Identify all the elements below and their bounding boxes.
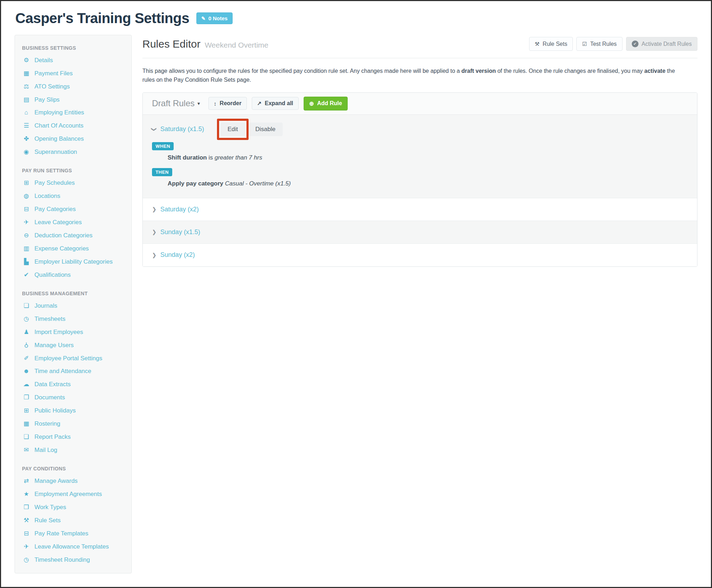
bank-icon: ⌂ <box>22 109 31 116</box>
sidebar-item-payment-files[interactable]: ▦Payment Files <box>22 67 128 80</box>
sidebar-item-expense-categories[interactable]: ▥Expense Categories <box>22 242 128 255</box>
sidebar-item-leave-categories[interactable]: ✈Leave Categories <box>22 216 128 229</box>
plane-icon: ✈ <box>22 543 31 550</box>
then-action: Apply pay category Casual - Overtime (x1… <box>168 180 688 187</box>
sidebar-item-time-and-attendance[interactable]: ☻Time and Attendance <box>22 365 128 378</box>
activate-draft-rules-button[interactable]: ✔ Activate Draft Rules <box>626 37 697 51</box>
wand-icon: ✐ <box>22 355 31 362</box>
rules-panel-toolbar: Draft Rules ▾ ↕ Reorder ↗ Expand all ⊕ A… <box>143 93 697 115</box>
exchange-icon: ⇄ <box>22 477 31 485</box>
sidebar-item-report-packs[interactable]: ❑Report Packs <box>22 430 128 443</box>
rule-set-name: Weekend Overtime <box>205 41 268 49</box>
rules-panel: Draft Rules ▾ ↕ Reorder ↗ Expand all ⊕ A… <box>142 92 697 267</box>
rule-sets-button[interactable]: ⚒ Rule Sets <box>529 37 573 51</box>
sidebar-item-label: Work Types <box>34 504 66 511</box>
sidebar-item-locations[interactable]: ◍Locations <box>22 189 128 203</box>
sidebar-item-manage-users[interactable]: ⚲Manage Users <box>22 339 128 352</box>
draft-rules-dropdown[interactable]: Draft Rules ▾ <box>152 98 200 108</box>
reorder-button[interactable]: ↕ Reorder <box>208 97 247 110</box>
rule-title-saturday-x1-5[interactable]: Saturday (x1.5) <box>161 125 204 133</box>
sidebar-item-label: Employee Portal Settings <box>34 355 102 362</box>
activate-draft-rules-label: Activate Draft Rules <box>642 41 692 47</box>
notes-button[interactable]: ✎ 0 Notes <box>196 12 233 24</box>
columns-icon: ❏ <box>22 302 31 309</box>
edit-rule-button[interactable]: Edit <box>221 123 245 136</box>
lock-icon: ⚲ <box>22 341 31 349</box>
sidebar-section-header: PAY RUN SETTINGS <box>22 168 128 173</box>
sidebar-item-label: Manage Users <box>34 342 74 349</box>
sidebar-item-label: Leave Categories <box>34 219 82 226</box>
sidebar-item-pay-slips[interactable]: ▤Pay Slips <box>22 93 128 106</box>
sidebar-item-rostering[interactable]: ▦Rostering <box>22 417 128 430</box>
rule-row-sunday-x1-5[interactable]: ❯Sunday (x1.5) <box>143 221 697 244</box>
sidebar-item-rule-sets[interactable]: ⚒Rule Sets <box>22 514 128 527</box>
clock-icon: ◷ <box>22 556 31 563</box>
sidebar-item-data-extracts[interactable]: ☁Data Extracts <box>22 378 128 391</box>
sidebar-item-employment-agreements[interactable]: ★Employment Agreements <box>22 487 128 501</box>
sidebar-section-header: BUSINESS SETTINGS <box>22 45 128 51</box>
sidebar-item-superannuation[interactable]: ◉Superannuation <box>22 145 128 158</box>
sidebar-item-manage-awards[interactable]: ⇄Manage Awards <box>22 474 128 487</box>
sidebar-item-import-employees[interactable]: ♟Import Employees <box>22 325 128 339</box>
caret-down-icon: ▾ <box>197 101 200 106</box>
rule-title-saturday-x2: Saturday (x2) <box>161 206 199 213</box>
header-divider <box>142 58 697 58</box>
sidebar-section-business-settings: BUSINESS SETTINGS⚙Details▦Payment Files⚖… <box>22 45 128 158</box>
check-circle-icon: ✔ <box>632 41 638 47</box>
rule-row-saturday-x1-5: ❯ Saturday (x1.5) Edit Disable WHEN Shi <box>143 115 697 198</box>
calendar-icon: ⊞ <box>22 179 31 187</box>
banknote-icon: ⊟ <box>22 205 31 213</box>
life-ring-icon: ◉ <box>22 148 31 156</box>
main-content: Rules EditorWeekend Overtime ⚒ Rule Sets… <box>142 35 697 267</box>
sidebar-item-label: Chart Of Accounts <box>34 122 83 129</box>
banknote-icon: ⊟ <box>22 530 31 537</box>
folder-icon: ❐ <box>22 394 31 401</box>
sidebar-item-employee-portal-settings[interactable]: ✐Employee Portal Settings <box>22 352 128 365</box>
chevron-right-icon: ❯ <box>152 229 157 235</box>
sidebar-item-opening-balances[interactable]: ✤Opening Balances <box>22 132 128 145</box>
file-icon: ▤ <box>22 96 31 103</box>
gavel-icon: ⚒ <box>535 41 539 47</box>
rule-sets-button-label: Rule Sets <box>543 41 567 47</box>
sidebar-item-qualifications[interactable]: ✔Qualifications <box>22 268 128 281</box>
sidebar-item-timesheet-rounding[interactable]: ◷Timesheet Rounding <box>22 553 128 566</box>
sidebar-item-pay-categories[interactable]: ⊟Pay Categories <box>22 203 128 216</box>
minus-circle-icon: ⊖ <box>22 232 31 239</box>
sidebar-item-ato-settings[interactable]: ⚖ATO Settings <box>22 80 128 93</box>
expand-all-button[interactable]: ↗ Expand all <box>252 97 299 110</box>
gear-icon: ⚙ <box>22 56 31 64</box>
sidebar-item-label: Time and Attendance <box>34 368 91 375</box>
sidebar-item-label: Pay Rate Templates <box>34 530 88 537</box>
scales-icon: ⚖ <box>22 83 31 90</box>
rule-row-saturday-x2[interactable]: ❯Saturday (x2) <box>143 198 697 221</box>
then-badge: THEN <box>152 168 172 176</box>
sidebar-item-label: Public Holidays <box>34 407 76 414</box>
sidebar-item-label: Superannuation <box>34 149 77 156</box>
add-rule-button[interactable]: ⊕ Add Rule <box>304 97 348 110</box>
arrows-vertical-icon: ↕ <box>214 101 217 107</box>
sidebar-item-timesheets[interactable]: ◷Timesheets <box>22 312 128 325</box>
sidebar-item-leave-allowance-templates[interactable]: ✈Leave Allowance Templates <box>22 540 128 553</box>
sidebar-item-label: Data Extracts <box>34 381 71 388</box>
rule-title-sunday-x2: Sunday (x2) <box>161 251 195 259</box>
sidebar-item-employing-entities[interactable]: ⌂Employing Entities <box>22 106 128 119</box>
disable-rule-button[interactable]: Disable <box>248 123 283 136</box>
sidebar-item-employer-liability-categories[interactable]: ▙Employer Liability Categories <box>22 255 128 268</box>
sidebar-item-pay-schedules[interactable]: ⊞Pay Schedules <box>22 176 128 189</box>
sidebar-item-details[interactable]: ⚙Details <box>22 54 128 67</box>
sidebar-section-pay-conditions: PAY CONDITIONS⇄Manage Awards★Employment … <box>22 466 128 566</box>
check-square-icon: ☑ <box>582 41 587 47</box>
sidebar-item-documents[interactable]: ❐Documents <box>22 391 128 404</box>
sidebar-item-work-types[interactable]: ❒Work Types <box>22 501 128 514</box>
sidebar-section-pay-run-settings: PAY RUN SETTINGS⊞Pay Schedules◍Locations… <box>22 168 128 281</box>
rule-row-sunday-x2[interactable]: ❯Sunday (x2) <box>143 244 697 266</box>
sidebar-item-label: Mail Log <box>34 447 57 454</box>
sidebar-item-deduction-categories[interactable]: ⊖Deduction Categories <box>22 229 128 242</box>
sidebar-section-header: PAY CONDITIONS <box>22 466 128 471</box>
sidebar-item-chart-of-accounts[interactable]: ☰Chart Of Accounts <box>22 119 128 132</box>
sidebar-item-public-holidays[interactable]: ⊞Public Holidays <box>22 404 128 417</box>
sidebar-item-pay-rate-templates[interactable]: ⊟Pay Rate Templates <box>22 527 128 540</box>
sidebar-item-mail-log[interactable]: ✉Mail Log <box>22 443 128 457</box>
test-rules-button[interactable]: ☑ Test Rules <box>576 37 622 51</box>
sidebar-item-journals[interactable]: ❏Journals <box>22 299 128 312</box>
